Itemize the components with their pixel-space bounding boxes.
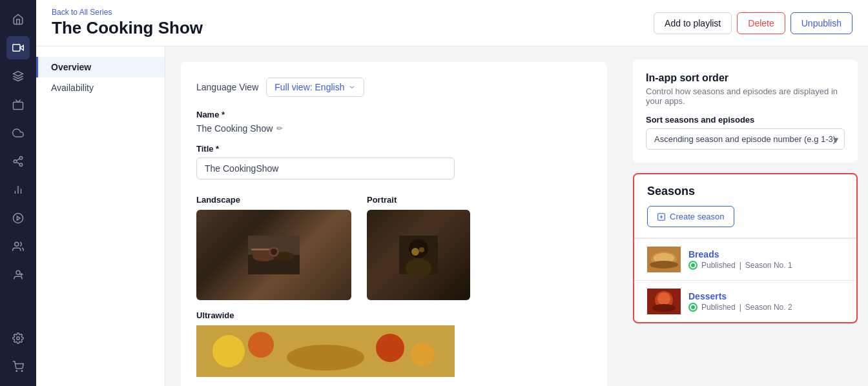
svg-marker-0 — [20, 45, 23, 50]
unpublish-button[interactable]: Unpublish — [790, 12, 852, 34]
svg-rect-1 — [13, 45, 20, 52]
season-meta-breads: Published | Season No. 1 — [688, 261, 792, 270]
season-item-desserts[interactable]: Desserts Published | Season No. 2 — [634, 280, 856, 322]
seasons-header: Seasons Create season — [634, 174, 856, 238]
sort-title: In-app sort order — [646, 72, 845, 84]
svg-point-6 — [19, 163, 23, 167]
left-nav: Overview Availability — [36, 46, 165, 386]
image-section: Landscape — [196, 195, 592, 377]
svg-point-32 — [419, 247, 424, 252]
body-area: Overview Availability Language View Full… — [36, 46, 868, 386]
header-left: Back to All Series The Cooking Show — [52, 8, 203, 38]
top-header: Back to All Series The Cooking Show Add … — [36, 0, 868, 46]
svg-point-14 — [15, 242, 19, 246]
tv-icon[interactable] — [6, 93, 30, 116]
sidebar — [0, 0, 36, 386]
svg-point-4 — [19, 157, 23, 160]
sort-select-wrapper: Ascending season and episode number (e.g… — [646, 128, 845, 150]
svg-point-15 — [16, 270, 20, 274]
create-season-label: Create season — [670, 212, 725, 221]
delete-button[interactable]: Delete — [737, 12, 785, 34]
users-icon[interactable] — [6, 235, 30, 258]
right-panel: In-app sort order Control how seasons an… — [623, 46, 868, 386]
published-dot-desserts — [688, 303, 698, 312]
landscape-block: Landscape — [196, 195, 351, 300]
season-no-breads: Season No. 1 — [745, 261, 792, 270]
form-section: Language View Full view: English Name * … — [181, 62, 607, 386]
landscape-label: Landscape — [196, 195, 351, 205]
home-icon[interactable] — [6, 8, 30, 31]
svg-point-5 — [14, 160, 17, 163]
portrait-block: Portrait — [367, 195, 470, 300]
portrait-label: Portrait — [367, 195, 470, 205]
language-row: Language View Full view: English — [196, 77, 592, 97]
ultrawide-image — [196, 325, 455, 377]
name-field-value: The Cooking Show ✏ — [196, 123, 592, 134]
season-item-breads[interactable]: Breads Published | Season No. 1 — [634, 238, 856, 280]
portrait-image — [367, 210, 470, 300]
svg-line-8 — [16, 159, 19, 161]
user-add-icon[interactable] — [6, 263, 30, 287]
svg-point-36 — [287, 345, 364, 371]
season-thumb-desserts — [647, 289, 681, 314]
season-thumb-breads — [647, 247, 681, 272]
sidebar-item-overview[interactable]: Overview — [36, 57, 165, 77]
cart-icon[interactable] — [6, 355, 30, 378]
season-info-desserts: Desserts Published | Season No. 2 — [688, 291, 792, 312]
sidebar-item-availability[interactable]: Availability — [36, 77, 165, 98]
language-view-label: Language View — [196, 82, 258, 92]
season-info-breads: Breads Published | Season No. 1 — [688, 249, 792, 270]
sort-card: In-app sort order Control how seasons an… — [633, 59, 858, 163]
svg-point-48 — [657, 292, 670, 305]
share-icon[interactable] — [6, 150, 30, 173]
svg-point-49 — [652, 304, 676, 312]
play-circle-icon[interactable] — [6, 207, 30, 230]
name-field-label: Name * — [196, 110, 592, 119]
video-icon[interactable] — [6, 36, 30, 59]
svg-point-34 — [212, 335, 245, 367]
title-field-label: Title * — [196, 144, 592, 154]
edit-name-icon[interactable]: ✏ — [276, 124, 283, 133]
svg-point-45 — [650, 261, 678, 269]
title-input[interactable] — [196, 157, 455, 179]
layers-icon[interactable] — [6, 65, 30, 88]
chevron-down-icon — [348, 83, 356, 91]
back-link[interactable]: Back to All Series — [52, 8, 203, 17]
chart-icon[interactable] — [6, 178, 30, 201]
language-value: Full view: English — [274, 82, 344, 92]
plus-square-icon — [657, 212, 666, 221]
page-title: The Cooking Show — [52, 18, 203, 38]
header-actions: Add to playlist Delete Unpublish — [654, 12, 852, 34]
svg-point-18 — [17, 337, 20, 340]
svg-point-19 — [16, 371, 17, 372]
sort-select[interactable]: Ascending season and episode number (e.g… — [646, 128, 845, 150]
create-season-button[interactable]: Create season — [647, 206, 734, 227]
sort-subtitle: Control how seasons and episodes are dis… — [646, 86, 845, 106]
language-selector[interactable]: Full view: English — [266, 77, 364, 97]
svg-line-7 — [16, 162, 19, 164]
season-no-desserts: Season No. 2 — [745, 303, 792, 312]
landscape-image — [196, 210, 351, 300]
settings-icon[interactable] — [6, 327, 30, 350]
season-status-desserts: Published — [701, 303, 736, 312]
cloud-icon[interactable] — [6, 121, 30, 145]
main-wrapper: Back to All Series The Cooking Show Add … — [36, 0, 868, 386]
center-content: Language View Full view: English Name * … — [165, 46, 623, 386]
seasons-title: Seasons — [647, 185, 843, 198]
svg-rect-3 — [14, 102, 23, 109]
seasons-card: Seasons Create season — [633, 173, 858, 323]
svg-point-20 — [21, 371, 23, 372]
season-name-breads: Breads — [688, 249, 792, 259]
svg-rect-25 — [251, 249, 271, 250]
svg-point-29 — [409, 239, 428, 258]
sort-field-label: Sort seasons and episodes — [646, 115, 845, 125]
ultrawide-label: Ultrawide — [196, 310, 592, 320]
svg-marker-2 — [14, 72, 23, 77]
svg-point-27 — [271, 249, 277, 255]
add-to-playlist-button[interactable]: Add to playlist — [654, 12, 732, 34]
svg-point-37 — [376, 334, 404, 362]
svg-point-12 — [14, 214, 23, 223]
svg-marker-13 — [17, 216, 21, 220]
svg-point-35 — [248, 332, 274, 358]
svg-point-38 — [411, 343, 434, 366]
